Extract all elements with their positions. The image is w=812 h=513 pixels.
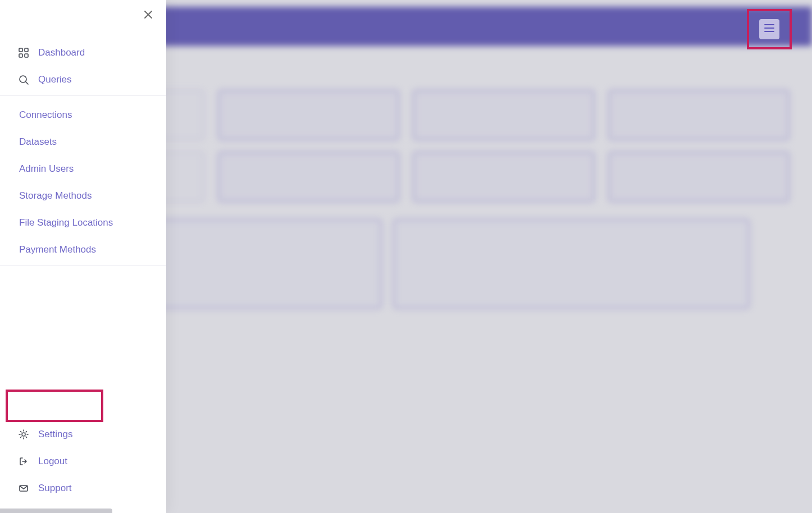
svg-rect-1 bbox=[25, 48, 28, 52]
sidebar-item-label: Queries bbox=[38, 74, 72, 85]
menu-button[interactable] bbox=[759, 19, 779, 39]
sidebar-item-settings[interactable]: Settings bbox=[0, 421, 166, 448]
search-icon bbox=[18, 74, 29, 85]
hamburger-highlight bbox=[747, 9, 792, 49]
grid-icon bbox=[18, 47, 29, 58]
gear-icon bbox=[18, 429, 29, 440]
sidebar-item-connections[interactable]: Connections bbox=[0, 102, 166, 129]
sidebar-item-label: Admin Users bbox=[19, 163, 74, 175]
sidebar-item-support[interactable]: Support bbox=[0, 475, 166, 502]
close-drawer-button[interactable] bbox=[140, 8, 156, 24]
sidebar-item-label: File Staging Locations bbox=[19, 217, 113, 228]
svg-point-5 bbox=[22, 433, 25, 436]
logout-icon bbox=[18, 456, 29, 467]
close-icon bbox=[143, 10, 153, 22]
menu-icon bbox=[764, 24, 774, 34]
sidebar-item-admin-users[interactable]: Admin Users bbox=[0, 155, 166, 182]
sidebar-item-label: Payment Methods bbox=[19, 244, 96, 255]
sidebar-item-label: Settings bbox=[38, 429, 72, 440]
sidebar-item-label: Dashboard bbox=[38, 47, 85, 58]
sidebar-item-logout[interactable]: Logout bbox=[0, 448, 166, 475]
sidebar-item-datasets[interactable]: Datasets bbox=[0, 129, 166, 155]
sidebar-item-label: Logout bbox=[38, 456, 67, 467]
bottom-indicator bbox=[0, 509, 112, 513]
svg-rect-3 bbox=[25, 54, 28, 57]
sidebar-item-label: Datasets bbox=[19, 136, 57, 148]
sidebar-item-file-staging-locations[interactable]: File Staging Locations bbox=[0, 209, 166, 236]
mail-icon bbox=[18, 483, 29, 494]
svg-rect-0 bbox=[19, 48, 22, 52]
sidebar-item-label: Support bbox=[38, 483, 72, 494]
svg-rect-2 bbox=[19, 54, 22, 57]
sidebar-item-dashboard[interactable]: Dashboard bbox=[0, 39, 166, 66]
navigation-drawer: Dashboard Queries Connections Datasets A… bbox=[0, 0, 166, 513]
sidebar-item-label: Storage Methods bbox=[19, 190, 92, 201]
sidebar-item-queries[interactable]: Queries bbox=[0, 66, 166, 93]
sidebar-item-label: Connections bbox=[19, 109, 72, 121]
svg-point-4 bbox=[20, 76, 26, 83]
sidebar-item-payment-methods[interactable]: Payment Methods bbox=[0, 236, 166, 263]
sidebar-item-storage-methods[interactable]: Storage Methods bbox=[0, 182, 166, 209]
